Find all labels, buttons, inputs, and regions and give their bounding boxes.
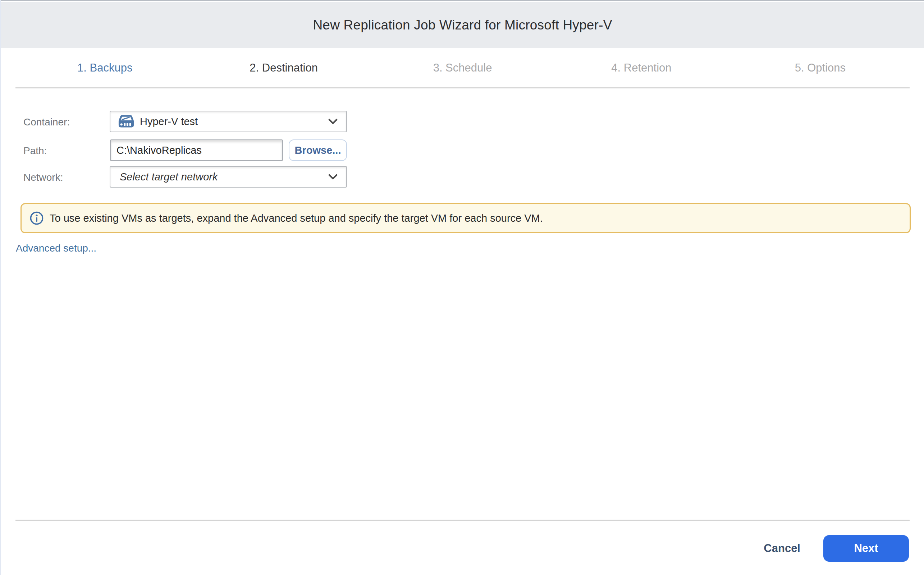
tab-backups[interactable]: 1. Backups xyxy=(16,62,194,75)
chevron-down-icon xyxy=(328,118,337,125)
tab-schedule[interactable]: 3. Schedule xyxy=(373,62,552,75)
network-dropdown[interactable]: Select target network xyxy=(110,166,347,187)
info-banner: To use existing VMs as targets, expand t… xyxy=(21,203,911,233)
container-dropdown[interactable]: Hyper-V test xyxy=(110,111,347,132)
wizard-steps: 1. Backups 2. Destination 3. Schedule 4.… xyxy=(16,48,910,88)
info-icon xyxy=(30,211,44,226)
footer: Cancel Next xyxy=(1,535,909,562)
tab-options[interactable]: 5. Options xyxy=(731,62,910,75)
wizard-title: New Replication Job Wizard for Microsoft… xyxy=(313,17,612,33)
footer-divider xyxy=(16,519,910,521)
info-banner-text: To use existing VMs as targets, expand t… xyxy=(49,212,543,224)
tab-retention[interactable]: 4. Retention xyxy=(552,62,731,75)
tab-destination[interactable]: 2. Destination xyxy=(194,62,373,75)
advanced-setup-link[interactable]: Advanced setup... xyxy=(16,243,96,254)
chevron-down-icon xyxy=(328,173,337,180)
wizard-dialog: New Replication Job Wizard for Microsoft… xyxy=(0,0,924,575)
container-label: Container: xyxy=(23,116,70,128)
browse-button[interactable]: Browse... xyxy=(289,140,347,161)
container-dropdown-value: Hyper-V test xyxy=(140,116,198,127)
next-button[interactable]: Next xyxy=(823,535,909,562)
path-label: Path: xyxy=(23,145,47,157)
path-input[interactable] xyxy=(110,140,283,161)
network-dropdown-placeholder: Select target network xyxy=(120,171,218,183)
wizard-header: New Replication Job Wizard for Microsoft… xyxy=(1,2,924,48)
cancel-button[interactable]: Cancel xyxy=(761,542,803,555)
hyperv-host-icon xyxy=(118,114,134,129)
network-label: Network: xyxy=(23,172,63,183)
